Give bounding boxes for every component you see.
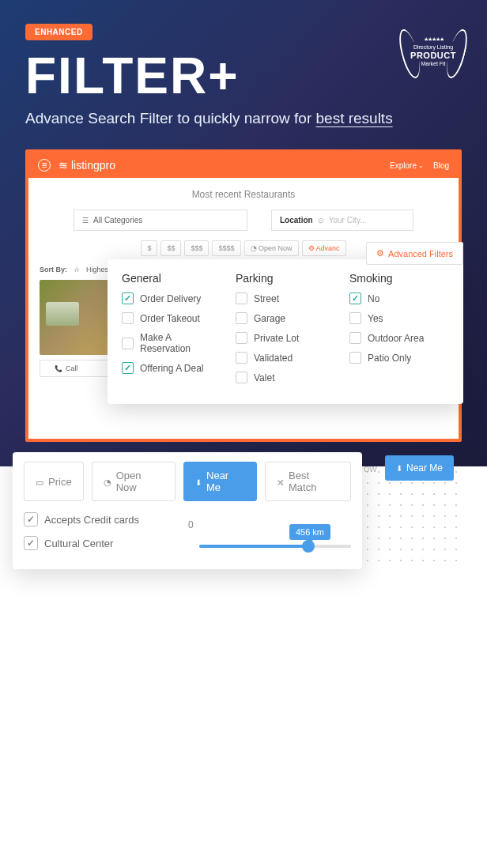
checkbox-icon	[349, 352, 361, 364]
filter-checkbox[interactable]: Outdoor Area	[349, 332, 449, 344]
menu-icon[interactable]	[38, 159, 51, 172]
adv-pill[interactable]: ⚙ Advanc	[302, 240, 346, 256]
open-now-pill[interactable]: ◔ Open Now	[244, 240, 299, 256]
bg-text: ow	[364, 462, 377, 474]
price-pill[interactable]: $$$$	[212, 240, 240, 256]
clock-icon	[104, 476, 111, 488]
page-title: FILTER+	[25, 47, 462, 105]
category-input[interactable]: All Categories	[74, 209, 247, 231]
dot-pattern	[362, 466, 457, 569]
logo[interactable]: ≋listingpro	[59, 159, 115, 172]
checkbox-icon	[122, 338, 134, 349]
stack-icon: ≋	[59, 159, 68, 172]
filter-checkbox[interactable]: Valet	[236, 372, 335, 383]
checkbox-icon	[236, 312, 247, 324]
target-icon	[318, 216, 324, 225]
call-button[interactable]: Call	[40, 360, 115, 377]
filter-group-title: Smoking	[349, 272, 449, 285]
location-input[interactable]: LocationYour City...	[271, 209, 413, 231]
listing-thumb	[40, 280, 115, 355]
blog-link[interactable]: Blog	[433, 161, 449, 170]
checkbox-icon	[236, 332, 247, 344]
credit-cards-checkbox[interactable]: Accepts Credit cards	[24, 512, 176, 526]
checkbox-icon	[122, 312, 134, 324]
checkbox-icon	[349, 312, 361, 324]
list-icon	[82, 216, 89, 225]
price-pill[interactable]: $$$	[184, 240, 209, 256]
checkbox-icon	[349, 292, 361, 304]
filter-checkbox[interactable]: Make A Reservation	[122, 332, 221, 354]
open-now-button[interactable]: Open Now	[92, 462, 176, 501]
explore-link[interactable]: Explore	[390, 161, 424, 170]
filter-checkbox[interactable]: Private Lot	[236, 332, 335, 344]
filter-checkbox[interactable]: Yes	[349, 312, 449, 324]
checkbox-icon	[236, 352, 247, 364]
filter-checkbox[interactable]: Validated	[236, 352, 335, 364]
filter-checkbox[interactable]: Patio Only	[349, 352, 449, 364]
checkbox-icon	[349, 332, 361, 344]
checkbox-icon	[122, 292, 134, 304]
filter-checkbox[interactable]: Order Delivery	[122, 292, 221, 304]
near-me-button-float[interactable]: Near Me	[385, 455, 454, 481]
pin-icon	[195, 476, 202, 488]
check-icon	[24, 536, 38, 550]
filter-checkbox[interactable]: Garage	[236, 312, 335, 324]
filter-group-title: Parking	[236, 272, 335, 285]
slider-value: 456 km	[289, 524, 330, 540]
filter-checkbox[interactable]: No	[349, 292, 449, 304]
filter-checkbox[interactable]: Offering A Deal	[122, 362, 221, 374]
checkbox-icon	[236, 292, 247, 304]
price-icon	[36, 476, 43, 488]
enhanced-badge: ENHANCED	[25, 24, 92, 40]
best-match-button[interactable]: Best Match	[265, 462, 351, 501]
advanced-filters-panel: Advanced Filters GeneralOrder DeliveryOr…	[108, 259, 463, 404]
slider-thumb[interactable]	[302, 540, 315, 553]
app-topbar: ≋listingpro Explore Blog	[28, 153, 459, 178]
filter-group-title: General	[122, 272, 221, 285]
price-button[interactable]: Price	[24, 462, 84, 501]
product-badge: ★★★★★ Directory Listing PRODUCT Market F…	[403, 22, 463, 82]
checkbox-icon	[122, 362, 134, 374]
price-pill[interactable]: $$	[160, 240, 181, 256]
advanced-filters-button[interactable]: Advanced Filters	[366, 242, 463, 265]
filter-checkbox[interactable]: Order Takeout	[122, 312, 221, 324]
distance-slider[interactable]: 456 km 0	[199, 524, 351, 548]
shuffle-icon	[277, 476, 284, 488]
filter-bar: Price Open Now Near Me Best Match Accept…	[13, 452, 362, 569]
app-heading: Most recent Restaurants	[40, 189, 447, 200]
price-pill[interactable]: $	[141, 240, 157, 256]
sort-label: Sort By:	[40, 266, 67, 274]
check-icon	[24, 512, 38, 526]
checkbox-icon	[236, 372, 247, 383]
near-me-button[interactable]: Near Me	[183, 462, 257, 501]
filter-checkbox[interactable]: Street	[236, 292, 335, 304]
star-icon	[74, 266, 80, 274]
cultural-center-checkbox[interactable]: Cultural Center	[24, 536, 176, 550]
subtitle: Advance Search Filter to quickly narrow …	[25, 110, 462, 127]
